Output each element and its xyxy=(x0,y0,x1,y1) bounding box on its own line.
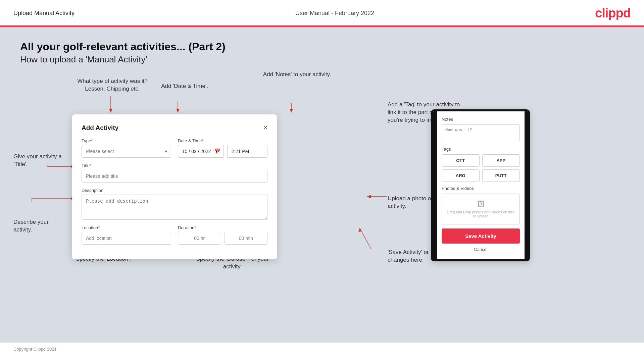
type-select[interactable]: Please select xyxy=(82,145,171,158)
dialog-header: Add Activity × xyxy=(82,124,267,132)
photo-drop-zone[interactable]: 🖼 Drag and Drop photos and videos or cli… xyxy=(442,194,520,224)
annotation-notes: Add 'Notes' to your activity. xyxy=(260,71,334,79)
datetime-label: Date & Time* xyxy=(178,138,267,143)
duration-group: Duration* xyxy=(178,225,267,245)
tags-grid: OTT APP ARG PUTT xyxy=(442,154,520,182)
main-content: All your golf-relevant activities... (Pa… xyxy=(0,27,644,343)
svg-marker-15 xyxy=(290,109,293,113)
phone-right-bar xyxy=(525,111,528,259)
location-label: Location* xyxy=(82,225,171,230)
annotation-activity-type: What type of activity was it? Lesson, Ch… xyxy=(72,77,153,93)
type-group: Type* Please select ▾ xyxy=(82,138,171,158)
close-button[interactable]: × xyxy=(263,124,267,132)
photo-icon: 🖼 xyxy=(477,200,485,209)
calendar-icon: 📅 xyxy=(214,148,220,154)
tag-ott[interactable]: OTT xyxy=(442,154,480,167)
tag-arg[interactable]: ARG xyxy=(442,169,480,182)
add-activity-dialog: Add Activity × Type* Please select ▾ Dat… xyxy=(72,114,277,259)
duration-label: Duration* xyxy=(178,225,267,230)
annotation-title: Give your activity a 'Title'. xyxy=(13,153,67,168)
duration-min-input[interactable] xyxy=(225,232,268,245)
svg-marker-1 xyxy=(109,109,112,113)
logo: clippd xyxy=(595,6,631,20)
description-input[interactable] xyxy=(82,195,267,220)
notes-label: Notes xyxy=(442,117,520,122)
location-group: Location* xyxy=(82,225,171,245)
manual-label: User Manual - February 2022 xyxy=(295,10,374,17)
copyright: Copyright Clippd 2021 xyxy=(13,347,57,352)
title-input[interactable] xyxy=(82,170,267,183)
tag-putt[interactable]: PUTT xyxy=(482,169,520,182)
title-group: Title* xyxy=(82,163,267,183)
tags-label: Tags xyxy=(442,147,520,152)
dialog-title: Add Activity xyxy=(82,124,118,132)
photos-label: Photos & Videos xyxy=(442,186,520,191)
svg-marker-19 xyxy=(358,228,362,232)
type-datetime-row: Type* Please select ▾ Date & Time* 📅 xyxy=(82,138,267,158)
phone-inner-content: Notes Tags OTT APP ARG PUTT Photos & Vid… xyxy=(437,111,525,259)
annotation-describe: Describe your activity. xyxy=(13,218,65,234)
duration-inputs xyxy=(178,232,267,245)
notes-input[interactable] xyxy=(442,124,520,141)
save-activity-button[interactable]: Save Activity xyxy=(442,228,520,244)
description-group: Description xyxy=(82,188,267,220)
svg-line-18 xyxy=(361,230,371,249)
type-select-wrapper: Please select ▾ xyxy=(82,145,171,158)
datetime-group: Date & Time* 📅 xyxy=(178,138,267,158)
section-subtitle: How to upload a 'Manual Activity' xyxy=(20,54,624,65)
phone-left-bar xyxy=(433,111,437,259)
duration-hr-input[interactable] xyxy=(178,232,221,245)
footer: Copyright Clippd 2021 xyxy=(0,343,644,356)
phone-content-row: Notes Tags OTT APP ARG PUTT Photos & Vid… xyxy=(433,111,528,259)
date-wrapper: 📅 xyxy=(178,145,224,158)
location-input[interactable] xyxy=(82,232,171,245)
svg-marker-17 xyxy=(367,195,371,198)
phone-panel: Notes Tags OTT APP ARG PUTT Photos & Vid… xyxy=(431,109,530,261)
section-title: All your golf-relevant activities... (Pa… xyxy=(20,41,624,53)
title-label: Title* xyxy=(82,163,267,168)
top-bar: Upload Manual Activity User Manual - Feb… xyxy=(0,0,644,25)
tag-app[interactable]: APP xyxy=(482,154,520,167)
time-input[interactable] xyxy=(227,145,267,158)
date-time-inputs: 📅 xyxy=(178,145,267,158)
type-label: Type* xyxy=(82,138,171,143)
location-duration-row: Location* Duration* xyxy=(82,225,267,245)
svg-marker-3 xyxy=(176,109,180,113)
cancel-link[interactable]: Cancel xyxy=(442,247,520,254)
page-label: Upload Manual Activity xyxy=(13,10,75,17)
annotation-date-time: Add 'Date & Time'. xyxy=(151,83,218,90)
description-label: Description xyxy=(82,188,267,193)
photo-drop-text: Drag and Drop photos and videos or click… xyxy=(445,210,516,218)
